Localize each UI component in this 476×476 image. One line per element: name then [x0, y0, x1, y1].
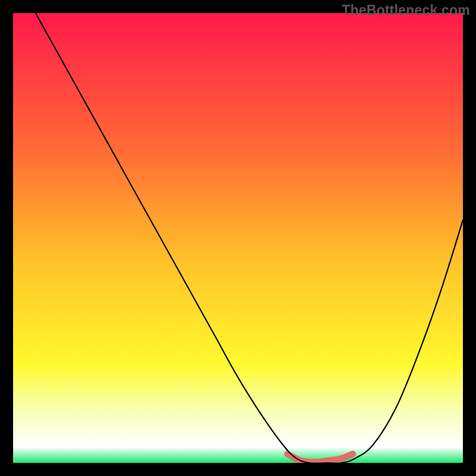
chart-frame: TheBottleneck.com — [0, 0, 476, 476]
plot-area — [13, 13, 463, 463]
gradient-background — [13, 13, 463, 463]
chart-svg — [13, 13, 463, 463]
watermark-text: TheBottleneck.com — [342, 2, 470, 18]
